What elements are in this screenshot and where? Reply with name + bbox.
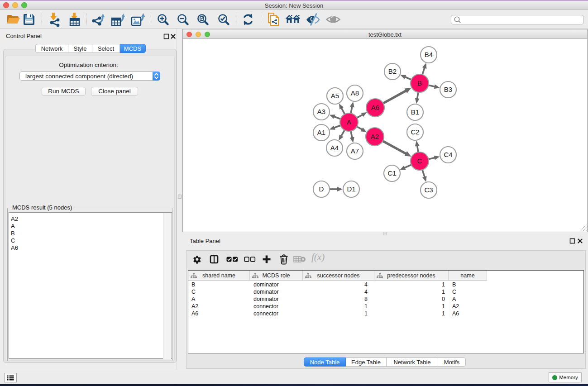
svg-text:A1: A1	[317, 129, 325, 136]
svg-text:B4: B4	[425, 51, 433, 58]
svg-text:C1: C1	[387, 169, 396, 177]
svg-text:D1: D1	[347, 185, 355, 193]
svg-text:C2: C2	[411, 128, 419, 136]
svg-text:A7: A7	[351, 147, 359, 155]
svg-text:A5: A5	[331, 92, 339, 100]
svg-text:C: C	[417, 157, 422, 165]
svg-text:A8: A8	[351, 89, 359, 97]
svg-text:A6: A6	[371, 104, 379, 111]
svg-text:B1: B1	[411, 108, 419, 116]
svg-text:B: B	[417, 79, 422, 87]
svg-text:C4: C4	[444, 151, 452, 158]
svg-text:D: D	[319, 185, 324, 193]
svg-text:A3: A3	[317, 108, 325, 115]
svg-text:B2: B2	[388, 67, 397, 75]
svg-text:B3: B3	[444, 86, 452, 93]
svg-text:A: A	[347, 118, 351, 126]
svg-text:A4: A4	[330, 144, 339, 152]
svg-text:C3: C3	[424, 186, 433, 194]
svg-text:A2: A2	[371, 133, 379, 140]
